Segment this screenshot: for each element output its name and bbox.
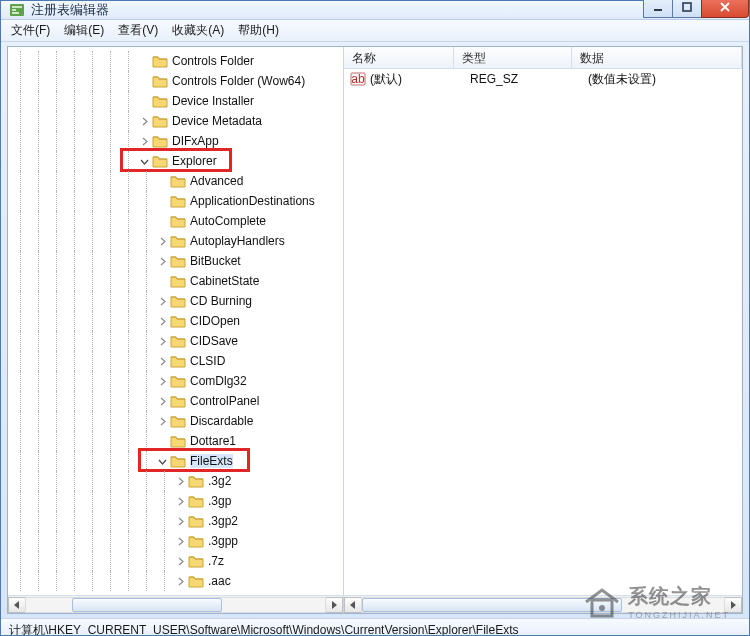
- scroll-track[interactable]: [361, 597, 725, 613]
- tree-item[interactable]: CLSID: [12, 351, 343, 371]
- expand-icon[interactable]: [156, 395, 168, 407]
- tree-item[interactable]: .aac: [12, 571, 343, 591]
- tree-item[interactable]: DIFxApp: [12, 131, 343, 151]
- menu-favorites[interactable]: 收藏夹(A): [168, 20, 228, 41]
- scroll-right-button[interactable]: [325, 597, 343, 613]
- col-name[interactable]: 名称: [344, 47, 454, 68]
- collapse-icon[interactable]: [156, 455, 168, 467]
- folder-icon: [170, 334, 186, 348]
- tree-item[interactable]: CIDOpen: [12, 311, 343, 331]
- value-row[interactable]: ab(默认)REG_SZ(数值未设置): [344, 69, 742, 89]
- scroll-left-button[interactable]: [344, 597, 362, 613]
- value-name: (默认): [370, 71, 470, 88]
- tree-item[interactable]: FileExts: [12, 451, 343, 471]
- registry-tree[interactable]: Controls FolderControls Folder (Wow64)De…: [8, 47, 343, 595]
- expand-icon[interactable]: [156, 315, 168, 327]
- folder-icon: [170, 294, 186, 308]
- folder-icon: [152, 154, 168, 168]
- tree-item[interactable]: CIDSave: [12, 331, 343, 351]
- list-body[interactable]: ab(默认)REG_SZ(数值未设置): [344, 69, 742, 595]
- expand-icon[interactable]: [156, 415, 168, 427]
- tree-item[interactable]: Controls Folder (Wow64): [12, 71, 343, 91]
- expand-icon[interactable]: [138, 115, 150, 127]
- col-data[interactable]: 数据: [572, 47, 742, 68]
- status-bar: 计算机\HKEY_CURRENT_USER\Software\Microsoft…: [1, 618, 749, 635]
- expand-icon[interactable]: [174, 475, 186, 487]
- folder-icon: [188, 494, 204, 508]
- tree-item-label: BitBucket: [190, 254, 241, 268]
- col-type[interactable]: 类型: [454, 47, 572, 68]
- folder-icon: [170, 174, 186, 188]
- expand-icon[interactable]: [156, 235, 168, 247]
- tree-item[interactable]: Explorer: [12, 151, 343, 171]
- tree-item[interactable]: Dottare1: [12, 431, 343, 451]
- tree-item[interactable]: .3gp: [12, 491, 343, 511]
- window-buttons: [644, 0, 749, 18]
- tree-item[interactable]: BitBucket: [12, 251, 343, 271]
- folder-icon: [170, 354, 186, 368]
- collapse-icon[interactable]: [138, 155, 150, 167]
- expand-icon[interactable]: [174, 535, 186, 547]
- folder-icon: [170, 194, 186, 208]
- tree-item-label: ControlPanel: [190, 394, 259, 408]
- tree-item[interactable]: .7z: [12, 551, 343, 571]
- values-pane: 名称 类型 数据 ab(默认)REG_SZ(数值未设置): [344, 47, 742, 613]
- tree-item[interactable]: Device Installer: [12, 91, 343, 111]
- tree-item[interactable]: Device Metadata: [12, 111, 343, 131]
- tree-item-label: .3g2: [208, 474, 231, 488]
- expand-icon[interactable]: [174, 495, 186, 507]
- expand-icon[interactable]: [174, 515, 186, 527]
- expand-icon[interactable]: [174, 555, 186, 567]
- tree-item[interactable]: ApplicationDestinations: [12, 191, 343, 211]
- tree-item[interactable]: AutoComplete: [12, 211, 343, 231]
- scroll-thumb[interactable]: [362, 598, 622, 612]
- close-button[interactable]: [701, 0, 749, 18]
- menu-file[interactable]: 文件(F): [7, 20, 54, 41]
- toggle-spacer: [138, 75, 150, 87]
- svg-text:ab: ab: [351, 72, 365, 86]
- tree-hscrollbar[interactable]: [8, 595, 343, 613]
- svg-rect-2: [12, 9, 16, 11]
- expand-icon[interactable]: [138, 135, 150, 147]
- tree-item-label: CLSID: [190, 354, 225, 368]
- tree-item-label: .7z: [208, 554, 224, 568]
- folder-icon: [170, 394, 186, 408]
- tree-item-label: .aac: [208, 574, 231, 588]
- titlebar[interactable]: 注册表编辑器: [1, 1, 749, 20]
- tree-item[interactable]: .3gpp: [12, 531, 343, 551]
- expand-icon[interactable]: [156, 255, 168, 267]
- scroll-left-button[interactable]: [8, 597, 26, 613]
- toggle-spacer: [138, 95, 150, 107]
- expand-icon[interactable]: [156, 375, 168, 387]
- tree-item[interactable]: Discardable: [12, 411, 343, 431]
- maximize-button[interactable]: [672, 0, 702, 18]
- tree-item[interactable]: CabinetState: [12, 271, 343, 291]
- list-hscrollbar[interactable]: [344, 595, 742, 613]
- tree-item-label: DIFxApp: [172, 134, 219, 148]
- menu-edit[interactable]: 编辑(E): [60, 20, 108, 41]
- tree-item[interactable]: ComDlg32: [12, 371, 343, 391]
- folder-icon: [152, 114, 168, 128]
- tree-item[interactable]: AutoplayHandlers: [12, 231, 343, 251]
- menu-view[interactable]: 查看(V): [114, 20, 162, 41]
- tree-item-label: Device Installer: [172, 94, 254, 108]
- scroll-thumb[interactable]: [72, 598, 222, 612]
- menu-help[interactable]: 帮助(H): [234, 20, 283, 41]
- tree-item[interactable]: .3g2: [12, 471, 343, 491]
- folder-icon: [188, 534, 204, 548]
- toggle-spacer: [138, 55, 150, 67]
- minimize-button[interactable]: [643, 0, 673, 18]
- tree-item[interactable]: Advanced: [12, 171, 343, 191]
- tree-item[interactable]: ControlPanel: [12, 391, 343, 411]
- tree-item[interactable]: .3gp2: [12, 511, 343, 531]
- tree-item[interactable]: CD Burning: [12, 291, 343, 311]
- tree-item[interactable]: Controls Folder: [12, 51, 343, 71]
- toggle-spacer: [156, 215, 168, 227]
- folder-icon: [152, 94, 168, 108]
- expand-icon[interactable]: [156, 295, 168, 307]
- scroll-track[interactable]: [25, 597, 326, 613]
- expand-icon[interactable]: [156, 335, 168, 347]
- scroll-right-button[interactable]: [724, 597, 742, 613]
- expand-icon[interactable]: [156, 355, 168, 367]
- expand-icon[interactable]: [174, 575, 186, 587]
